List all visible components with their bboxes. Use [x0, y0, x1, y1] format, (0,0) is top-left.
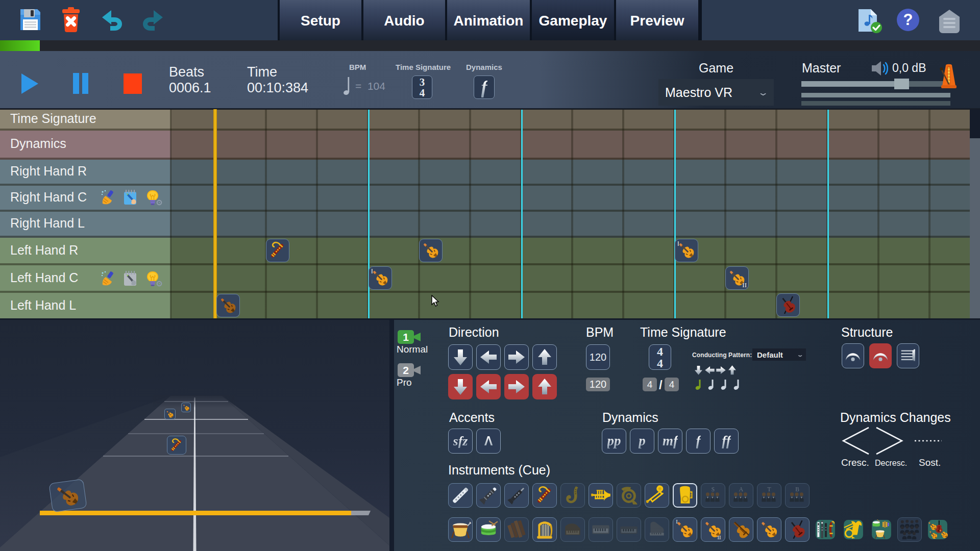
svg-text:T: T	[767, 486, 771, 492]
svg-text:II: II	[717, 535, 721, 540]
svg-text:S: S	[712, 486, 715, 492]
svg-text:A: A	[739, 486, 744, 492]
svg-text:I: I	[676, 519, 678, 524]
svg-text:B: B	[795, 486, 799, 492]
